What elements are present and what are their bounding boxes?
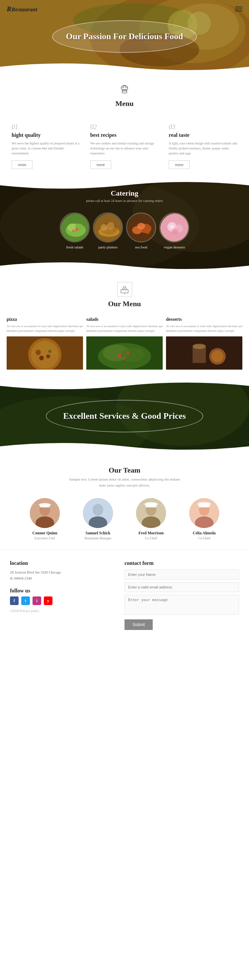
svg-point-75 [39,503,51,506]
menu-item-text-pizza: Al vero eos et accusamus et iusto odio d… [6,324,83,333]
team-section: Our Team Sample text. Lorem ipsum dolor … [0,453,249,550]
svg-point-33 [146,229,150,234]
menu-item-title-pizza: pizza [6,317,83,322]
address-line2: IL 60604-2340 [10,576,125,581]
team-avatar-fred [136,498,166,528]
team-name-4: Celia Almeda [193,531,216,536]
feature-text-1: We serve the highest quality of prepared… [12,141,80,156]
catering-title: Catering [0,189,249,197]
feature-title-2: best recipes [90,132,159,138]
hero-text-box: Our Passion For Delicious Food [52,20,197,53]
submit-button[interactable]: Submit [125,619,153,630]
menu-section: Menu [0,73,249,116]
chef-icon [6,83,243,97]
catering-subtitle: please call at least 24 hours in advance… [0,199,249,202]
our-menu-section: Our Menu [0,272,249,313]
menu-item-text-salads: Al vero eos et accusamus et iusto odio d… [86,324,163,333]
team-member-3: Fred Morrison Co-Chief [128,498,174,540]
facebook-icon[interactable]: f [10,597,19,605]
menu-icon-box [117,282,132,297]
menu-col-salads: salads Al vero eos et accusamus et iusto… [86,317,163,370]
feature-title-1: hight quality [12,132,80,138]
feature-text-2: We use cookies and similar tracking and … [90,141,159,156]
team-heading: Our Team [6,466,243,474]
team-role-3: Co-Chief [145,536,157,540]
header: RRestaurant [0,0,249,18]
feature-num-2: 02 [90,123,159,131]
feature-num-1: 01 [12,123,80,131]
instagram-icon[interactable]: i [33,597,41,605]
menu-col-pizza: pizza Al vero eos et accusamus et iusto … [6,317,83,370]
services-title: Excellent Services & Good Prices [63,410,186,422]
team-subtitle: Sample text. Lorem ipsum dolor sit amet,… [67,477,182,488]
menu-col-desserts: desserts Al vero eos et accusamus et ius… [166,317,243,370]
services-text-box: Excellent Services & Good Prices [46,400,203,433]
svg-point-32 [137,223,145,229]
feature-title-3: real taste [169,132,237,138]
catering-items: fresh salads party platters [0,213,249,249]
team-members-list: Connor Quinn Executive Chef Samuel Schic… [6,498,243,540]
team-role-2: Restaurant Manager [85,536,111,540]
catering-item-seafood[interactable]: sea food [126,213,156,249]
catering-label-seafood: sea food [135,245,147,249]
svg-point-38 [170,225,174,229]
feature-more-btn-1[interactable]: more [12,161,33,169]
logo[interactable]: RRestaurant [6,5,37,13]
menu-item-text-desserts: Al vero eos et accusamus et iusto odio d… [166,324,243,333]
team-role-4: Co-Chief [198,536,210,540]
twitter-icon[interactable]: t [21,597,30,605]
catering-label-vegan: vegan desserts [164,245,185,249]
services-content: Excellent Services & Good Prices [46,400,203,433]
social-icons: f t i y [10,597,125,605]
svg-point-21 [75,228,78,231]
contact-email-input[interactable] [125,582,239,592]
footer-right: contact form Submit [125,560,239,630]
footer-left: location 28 Jackson Blvd Ste 1020 Chicag… [10,560,125,630]
catering-item-salads[interactable]: fresh salads [60,213,90,249]
team-member-1: Connor Quinn Executive Chef [22,498,68,540]
menu-item-img-salads [86,336,163,370]
team-avatar-celia [189,498,219,528]
svg-point-83 [144,502,158,506]
team-member-4: Celia Almeda Co-Chief [181,498,227,540]
feature-num-3: 03 [169,123,237,131]
contact-form-heading: contact form [125,560,239,566]
feature-col-1: 01 hight quality We serve the highest qu… [6,123,85,169]
contact-message-textarea[interactable] [125,595,239,615]
team-avatar-connor [30,498,60,528]
menu-hamburger-icon[interactable] [235,6,243,11]
catering-item-vegan[interactable]: vegan desserts [159,213,189,249]
footer: location 28 Jackson Blvd Ste 1020 Chicag… [0,550,249,636]
menu-item-title-desserts: desserts [166,317,243,322]
catering-section: Catering please call at least 24 hours i… [0,179,249,272]
catering-label-platters: party platters [98,245,117,249]
team-name-2: Samuel Schick [85,531,110,536]
svg-point-11 [122,86,124,88]
menu-items-section: pizza Al vero eos et accusamus et iusto … [0,313,249,380]
svg-point-12 [125,86,127,88]
menu-heading: Menu [6,99,243,108]
team-role-1: Executive Chef [35,536,55,540]
contact-name-input[interactable] [125,570,239,579]
location-heading: location [10,560,125,566]
feature-more-btn-3[interactable]: more [169,161,190,169]
menu-item-img-desserts [166,336,243,370]
feature-text-3: A light, sour wheat dough with roasted w… [169,141,237,156]
svg-rect-65 [166,336,243,370]
svg-rect-50 [6,336,83,370]
features-section: 01 hight quality We serve the highest qu… [0,116,249,179]
feature-col-3: 03 real taste A light, sour wheat dough … [164,123,243,169]
catering-label-salads: fresh salads [66,245,83,249]
feature-col-2: 02 best recipes We use cookies and simil… [85,123,164,169]
svg-rect-58 [86,336,163,370]
catering-item-platters[interactable]: party platters [93,213,123,249]
svg-point-22 [72,229,75,232]
svg-point-88 [198,502,211,506]
hero-title: Our Passion For Delicious Food [66,31,183,42]
feature-more-btn-2[interactable]: more [90,161,111,169]
catering-circle-salads [60,213,90,242]
team-avatar-samuel [83,498,113,528]
youtube-icon[interactable]: y [44,597,52,605]
svg-point-37 [172,229,178,235]
follow-heading: follow us [10,588,125,594]
